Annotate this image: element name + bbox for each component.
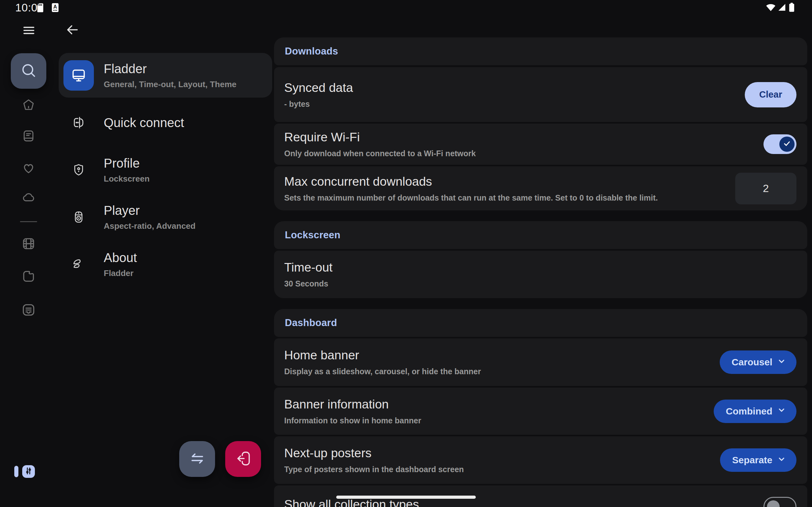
section-header-lockscreen: Lockscreen [274,221,807,249]
setting-row-banner-information[interactable]: Banner information Information to show i… [274,388,807,435]
setting-subtitle: Sets the maximum number of downloads tha… [284,193,658,203]
switch-server-button[interactable] [179,441,215,477]
chevron-down-icon [777,356,786,368]
nav-item-profile[interactable]: Profile Lockscreen [59,146,272,193]
setting-title: Require Wi-Fi [284,130,476,145]
swap-icon [189,450,206,469]
library-icon [21,138,36,144]
menu-icon[interactable] [21,23,36,38]
setting-subtitle: - bytes [284,99,353,109]
logout-button[interactable] [225,441,261,477]
setting-row-timeout[interactable]: Time-out 30 Seconds [274,250,807,298]
home-banner-dropdown[interactable]: Carousel [720,350,797,374]
nav-item-subtitle: Fladder [104,268,137,279]
section-header-dashboard: Dashboard [274,309,807,337]
battery-icon [789,3,795,13]
setting-subtitle: Type of posters shown in the dashboard s… [284,464,464,475]
chevron-down-icon [777,405,786,417]
rail-item-media[interactable] [21,236,36,252]
app-screen: 10:07 A [0,0,812,507]
setting-title: Next-up posters [284,446,464,461]
setting-row-next-up-posters[interactable]: Next-up posters Type of posters shown in… [274,436,807,484]
setting-row-require-wifi[interactable]: Require Wi-Fi Only download when connect… [274,124,807,165]
rail-item-settings[interactable] [22,465,35,478]
setting-title: Max concurrent downloads [284,174,658,189]
setting-subtitle: Only download when connected to a Wi-Fi … [284,148,476,159]
rail-item-folders[interactable] [21,269,36,285]
section-header-label: Downloads [285,46,338,57]
section-header-label: Lockscreen [285,229,340,241]
svg-text:A: A [53,4,57,10]
check-icon [782,139,792,149]
rail-item-collections[interactable] [21,302,36,319]
banner-information-dropdown[interactable]: Combined [714,400,797,423]
require-wifi-toggle[interactable] [763,134,797,154]
nav-item-fladder[interactable]: Fladder General, Time-out, Layout, Theme [59,53,272,98]
rail-item-library[interactable] [21,129,36,144]
setting-row-max-downloads[interactable]: Max concurrent downloads Sets the maximu… [274,166,807,210]
back-arrow-icon[interactable] [65,23,80,38]
heart-icon [21,171,36,176]
nav-item-subtitle: General, Time-out, Layout, Theme [104,79,237,90]
folder-icon [21,279,36,284]
nav-item-title: Fladder [104,61,237,77]
max-downloads-input[interactable]: 2 [735,173,797,205]
logout-icon [235,450,252,469]
clear-button[interactable]: Clear [745,82,797,107]
sd-card-icon [36,3,45,14]
monitor-icon [63,60,94,91]
setting-subtitle: Information to show in home banner [284,415,421,426]
setting-subtitle: Display as a slideshow, carousel, or hid… [284,366,481,377]
setting-row-synced-data[interactable]: Synced data - bytes Clear [274,67,807,122]
rail-divider [20,221,37,222]
setting-subtitle: 30 Seconds [284,279,333,289]
film-icon [21,246,36,252]
quick-connect-icon [63,107,94,138]
nav-item-title: Quick connect [104,115,184,130]
status-bar: 10:07 A [0,0,812,14]
cellular-signal-icon [778,3,786,13]
toggle-thumb [779,136,795,152]
archive-icon [21,313,36,319]
dropdown-value: Carousel [732,357,772,368]
setting-title: Synced data [284,80,353,95]
show-all-collection-types-toggle[interactable] [763,497,797,507]
setting-title: Banner information [284,397,421,412]
nav-item-about[interactable]: About Fladder [59,240,272,288]
nav-item-title: Player [104,203,195,218]
settings-sliders-icon [24,466,33,477]
wifi-icon [765,3,776,13]
dropdown-value: Separate [732,455,772,465]
setting-title: Home banner [284,348,481,363]
toggle-thumb [767,500,780,507]
nav-item-player[interactable]: Player Aspect-ratio, Advanced [59,193,272,240]
nav-item-title: Profile [104,155,150,171]
dropdown-value: Combined [726,406,772,417]
rail-item-sync[interactable] [21,190,36,206]
cloud-icon [21,200,36,206]
search-icon [20,61,38,80]
section-header-downloads: Downloads [274,38,807,65]
setting-title: Time-out [284,260,333,275]
active-indicator [14,466,18,477]
rail-item-home[interactable] [21,98,36,113]
player-icon [63,202,94,232]
gesture-navigation-bar[interactable] [336,496,476,499]
fladder-logo-icon [63,249,94,279]
rail-item-search[interactable] [11,53,46,89]
nav-item-subtitle: Aspect-ratio, Advanced [104,221,195,231]
letter-a-app-icon: A [51,3,60,14]
nav-item-quick-connect[interactable]: Quick connect [59,99,272,146]
chevron-down-icon [777,454,786,466]
section-header-label: Dashboard [285,317,337,329]
rail-item-favorites[interactable] [21,161,36,176]
nav-item-title: About [104,250,137,266]
home-icon [21,107,36,113]
nav-item-subtitle: Lockscreen [104,173,150,184]
setting-row-home-banner[interactable]: Home banner Display as a slideshow, caro… [274,338,807,386]
next-up-posters-dropdown[interactable]: Separate [720,448,797,472]
shield-profile-icon [63,155,94,185]
